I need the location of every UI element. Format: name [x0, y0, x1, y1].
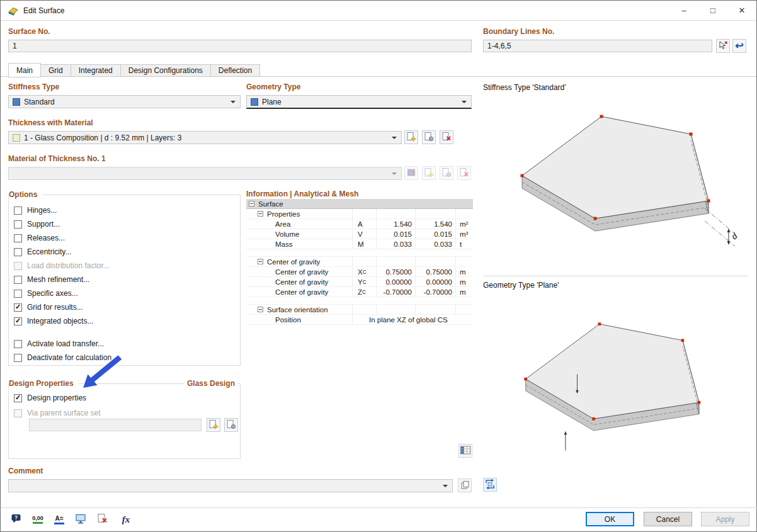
units-button[interactable]: 0,00 [30, 511, 46, 528]
comment-select[interactable] [8, 479, 453, 492]
ok-button[interactable]: OK [586, 512, 634, 526]
reverse-boundary-button[interactable]: ↩ [732, 39, 746, 53]
svg-text:d: d [729, 231, 739, 242]
table-icon [460, 446, 470, 456]
stiffness-swatch-icon [13, 98, 20, 106]
thickness-label: Thickness with Material [8, 118, 93, 127]
delete-thickness-button[interactable] [440, 130, 453, 144]
tab-main[interactable]: Main [8, 63, 41, 77]
tree-row-group: Surface orientation [246, 305, 473, 315]
checkbox-box [14, 354, 22, 362]
cancel-button[interactable]: Cancel [644, 512, 692, 526]
surface-no-input[interactable]: 1 [8, 40, 472, 52]
help-button[interactable]: ? [8, 511, 25, 528]
geometry-type-value: Plane [262, 98, 282, 106]
stiffness-type-select[interactable]: Standard [8, 95, 241, 108]
tab-strip: Main Grid Integrated Design Configuratio… [8, 63, 260, 77]
chevron-down-icon [392, 173, 397, 175]
boundary-lines-label: Boundary Lines No. [483, 27, 554, 36]
glass-design-badge: Glass Design [185, 379, 237, 388]
geometry-preview-image [483, 293, 748, 470]
comment-label: Comment [8, 467, 43, 475]
material-select [8, 167, 402, 180]
units-icon: 0,00 [32, 515, 43, 524]
rename-button[interactable]: A= [51, 511, 67, 528]
minimize-button[interactable]: – [669, 1, 698, 20]
maximize-button[interactable]: □ [698, 1, 727, 20]
thickness-select[interactable]: 1 - Glass Composition | d : 9.52 mm | La… [8, 131, 402, 144]
checkbox-grid-for-results[interactable]: Grid for results... [14, 302, 83, 312]
collapse-toggle-icon[interactable] [249, 201, 254, 207]
stiffness-preview-caption: Stiffness Type 'Standard' [483, 83, 566, 92]
edit-sheet-icon [226, 419, 236, 431]
chevron-down-icon [392, 137, 397, 139]
tree-row: Center of gravity YC 0.00000 0.00000 m [246, 277, 473, 287]
collapse-toggle-icon[interactable] [258, 211, 263, 217]
display-settings-button[interactable] [72, 511, 89, 528]
stiffness-type-value: Standard [24, 98, 55, 106]
edit-thickness-button[interactable] [422, 130, 436, 144]
delete-material-button [457, 166, 471, 180]
new-sheet-icon [406, 132, 416, 144]
annotation-arrow [76, 351, 128, 396]
new-parent-set-button[interactable] [207, 418, 220, 432]
tree-row: Volume V 0.015 0.015 m³ [246, 229, 473, 239]
checkbox-box [14, 340, 22, 348]
tree-row: Mass M 0.033 0.033 t [246, 239, 473, 249]
edit-material-button [440, 166, 453, 180]
checkbox-integrated-objects[interactable]: Integrated objects... [14, 316, 93, 326]
checkbox-box [14, 207, 22, 215]
checkbox-releases[interactable]: Releases... [14, 233, 65, 243]
open-in-table-button[interactable] [458, 444, 472, 458]
delete-sheet-icon [441, 132, 452, 144]
tab-design-configurations[interactable]: Design Configurations [121, 64, 211, 77]
tab-deflection[interactable]: Deflection [211, 64, 260, 77]
collapse-toggle-icon[interactable] [258, 259, 263, 264]
tree-row-group: Properties [246, 209, 473, 219]
tab-integrated[interactable]: Integrated [71, 64, 121, 77]
collapse-toggle-icon[interactable] [258, 307, 263, 312]
checkbox-specific-axes[interactable]: Specific axes... [14, 288, 78, 298]
rename-icon: A= [54, 515, 64, 524]
delete-sheet-icon [459, 167, 469, 179]
svg-text:?: ? [14, 514, 18, 521]
formula-button[interactable]: fx [118, 511, 134, 528]
titlebar: Edit Surface – □ ✕ [1, 1, 756, 21]
new-thickness-button[interactable] [404, 130, 418, 144]
checkbox-hinges[interactable]: Hinges... [14, 205, 57, 215]
geometry-type-select[interactable]: Plane [246, 95, 472, 109]
preview-divider [483, 276, 748, 276]
boundary-lines-value: 1-4,6,5 [487, 42, 511, 50]
tree-row-group: Center of gravity [246, 257, 473, 267]
tree-row: Area A 1.540 1.540 m² [246, 219, 473, 229]
checkbox-eccentricity[interactable]: Eccentricity... [14, 247, 71, 257]
checkbox-box [14, 303, 22, 312]
edit-surface-dialog: Edit Surface – □ ✕ Surface No. 1 Boundar… [0, 0, 757, 532]
new-material-button [422, 166, 436, 180]
tab-grid[interactable]: Grid [41, 64, 71, 77]
checkbox-activate-load-transfer[interactable]: Activate load transfer... [14, 339, 104, 349]
checkbox-box [14, 290, 22, 298]
options-group: Options Hinges... Support... Releases...… [8, 195, 241, 366]
surface-no-value: 1 [13, 42, 17, 50]
surface-icon [8, 6, 18, 16]
question-bubble-icon: ? [11, 513, 22, 526]
close-button[interactable]: ✕ [727, 1, 756, 20]
checkbox-box [14, 317, 22, 325]
material-label: Material of Thickness No. 1 [8, 154, 106, 163]
tree-spacer [246, 297, 473, 305]
checkbox-box [14, 394, 22, 402]
boundary-lines-input[interactable]: 1-4,6,5 [483, 40, 712, 52]
projection-toggle-button[interactable] [483, 478, 497, 492]
copy-comment-button[interactable] [458, 478, 472, 492]
geometry-preview-caption: Geometry Type 'Plane' [483, 281, 559, 290]
footer-divider [1, 507, 757, 508]
checkbox-design-properties[interactable]: Design properties [14, 393, 86, 403]
select-boundary-lines-button[interactable] [716, 39, 730, 53]
checkbox-support[interactable]: Support... [14, 219, 60, 229]
edit-parent-set-button[interactable] [224, 418, 238, 432]
tree-row-surface: Surface [246, 199, 473, 209]
delete-button[interactable] [94, 511, 110, 528]
checkbox-mesh-refinement[interactable]: Mesh refinement... [14, 274, 89, 285]
geometry-swatch-icon [251, 98, 258, 106]
